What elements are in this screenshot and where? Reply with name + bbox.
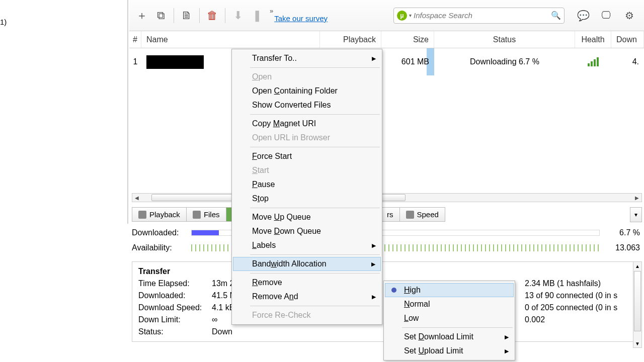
col-playback[interactable]: Playback — [320, 31, 381, 48]
search-input[interactable] — [414, 11, 551, 20]
chevron-right-icon: ▶ — [505, 348, 509, 354]
chevron-right-icon: ▶ — [372, 55, 376, 62]
separator — [250, 114, 380, 115]
detail-tabs-right: rs Speed — [380, 207, 445, 222]
tab-playback[interactable]: Playback — [132, 207, 187, 222]
bullet-icon — [391, 288, 396, 293]
ctx-start: Start — [233, 163, 381, 177]
col-down[interactable]: Down — [611, 31, 644, 48]
scrollbar-thumb[interactable] — [634, 271, 641, 331]
speed-icon — [406, 211, 414, 219]
downlimit-label: Down Limit: — [138, 315, 212, 324]
pause-button[interactable]: ❚ — [248, 6, 267, 25]
toolbar: ＋ ⧉ 🗎 🗑 ⬇ ❚ » Take our survey µ ▾ 🔍 💬 🖵 … — [129, 0, 644, 31]
create-button[interactable]: 🗎 — [177, 6, 196, 25]
col-size[interactable]: Size — [381, 31, 434, 48]
ctx-force-start[interactable]: Force Start — [233, 149, 381, 163]
ctx-low[interactable]: Low — [385, 311, 514, 325]
caret-down-icon[interactable]: ▾ — [409, 13, 412, 18]
sidebar-count: 1) — [0, 18, 7, 26]
separator — [402, 327, 513, 328]
peers-value: 0 of 205 connected (0 in s — [525, 303, 635, 312]
separator — [250, 273, 380, 274]
row-down: 4. — [611, 48, 644, 75]
redacted-name — [146, 55, 204, 69]
transfer-header: Transfer — [132, 262, 641, 279]
tabs-dropdown[interactable]: ▾ — [630, 207, 642, 222]
ratio-value: 0.002 — [525, 315, 635, 324]
ctx-normal[interactable]: Normal — [385, 297, 514, 311]
tab-speed[interactable]: Speed — [399, 207, 445, 222]
scroll-up-icon[interactable]: ▲ — [633, 262, 641, 270]
start-button[interactable]: ⬇ — [228, 6, 248, 25]
availability-label: Availability: — [132, 243, 186, 252]
downloaded-label: Downloaded: — [132, 228, 186, 237]
bandwidth-submenu[interactable]: High Normal Low Set Download Limit▶ Set … — [383, 281, 515, 360]
tab-files[interactable]: Files — [186, 207, 226, 222]
status-label: Status: — [138, 327, 212, 336]
ctx-set-ul-limit[interactable]: Set Upload Limit▶ — [385, 344, 514, 358]
tab-trackers[interactable]: rs — [380, 207, 400, 222]
ctx-move-down[interactable]: Move Down Queue — [233, 224, 381, 238]
add-link-button[interactable]: ⧉ — [151, 6, 171, 25]
separator — [174, 8, 174, 23]
ctx-remove-and[interactable]: Remove And▶ — [233, 290, 381, 304]
ctx-stop[interactable]: Stop — [233, 192, 381, 206]
col-num[interactable]: # — [129, 31, 141, 48]
ctx-copy-magnet[interactable]: Copy Magnet URI — [233, 117, 381, 131]
ctx-high[interactable]: High — [385, 283, 514, 297]
chevron-right-icon: ▶ — [372, 242, 376, 249]
row-size: 601 MB — [381, 48, 434, 75]
ctx-open-folder[interactable]: Open Containing Folder — [233, 84, 381, 98]
ctx-labels[interactable]: Labels▶ — [233, 238, 381, 252]
chat-icon[interactable]: 💬 — [574, 6, 593, 25]
scroll-right-icon[interactable]: ▶ — [632, 194, 641, 202]
ctx-move-up[interactable]: Move Up Queue — [233, 210, 381, 224]
separator — [225, 8, 225, 23]
info-section: Downloaded: 6.7 % Availability: 13.063 — [132, 225, 640, 255]
separator — [250, 67, 380, 68]
row-status: Downloading 6.7 % — [434, 48, 575, 75]
health-bars-icon — [588, 57, 599, 66]
search-box[interactable]: µ ▾ 🔍 — [393, 8, 565, 24]
col-name[interactable]: Name — [141, 31, 320, 48]
utorrent-logo-icon: µ — [397, 11, 407, 21]
gear-icon[interactable]: ⚙ — [620, 6, 639, 25]
more-icon[interactable]: » — [270, 7, 273, 15]
ctx-remove[interactable]: Remove — [233, 276, 381, 290]
folder-icon — [193, 211, 201, 219]
separator — [250, 147, 380, 147]
column-headers: # Name Playback Size Status Health Down — [129, 31, 644, 48]
ctx-open-url: Open URL in Browser — [233, 131, 381, 145]
ctx-transfer-to[interactable]: Transfer To..▶ — [233, 51, 381, 65]
chevron-right-icon: ▶ — [372, 294, 376, 300]
availability-value: 13.063 — [605, 243, 640, 252]
torrent-row[interactable]: 1 601 MB Downloading 6.7 % 4. — [129, 48, 644, 75]
ctx-open: Open — [233, 70, 381, 84]
ctx-bandwidth[interactable]: Bandwidth Allocation▶ — [233, 257, 381, 271]
vertical-scrollbar[interactable]: ▲ ▼ — [633, 261, 642, 348]
col-status[interactable]: Status — [434, 31, 575, 48]
search-icon[interactable]: 🔍 — [551, 11, 561, 20]
delete-button[interactable]: 🗑 — [203, 6, 222, 25]
ctx-set-dl-limit[interactable]: Set Download Limit▶ — [385, 330, 514, 344]
row-health — [575, 48, 611, 75]
separator — [199, 8, 200, 23]
context-menu[interactable]: Transfer To..▶ Open Open Containing Fold… — [231, 49, 382, 325]
wasted-value: 2.34 MB (1 hashfails) — [525, 279, 635, 288]
ctx-pause[interactable]: Pause — [233, 177, 381, 192]
ctx-show-converted[interactable]: Show Converted Files — [233, 98, 381, 112]
row-num: 1 — [129, 48, 141, 75]
sidebar: 1) — [0, 0, 128, 224]
progress-percent: 6.7 % — [605, 228, 640, 237]
col-health[interactable]: Health — [575, 31, 611, 48]
scroll-down-icon[interactable]: ▼ — [633, 339, 641, 347]
scroll-left-icon[interactable]: ◀ — [132, 194, 141, 202]
remote-icon[interactable]: 🖵 — [597, 6, 616, 25]
survey-link[interactable]: Take our survey — [274, 14, 328, 23]
ctx-force-recheck: Force Re-Check — [233, 308, 381, 322]
horizontal-scrollbar[interactable]: ◀ ▶ — [132, 193, 642, 202]
separator — [250, 306, 380, 306]
add-button[interactable]: ＋ — [132, 6, 151, 25]
dlspeed-label: Download Speed: — [138, 303, 212, 312]
